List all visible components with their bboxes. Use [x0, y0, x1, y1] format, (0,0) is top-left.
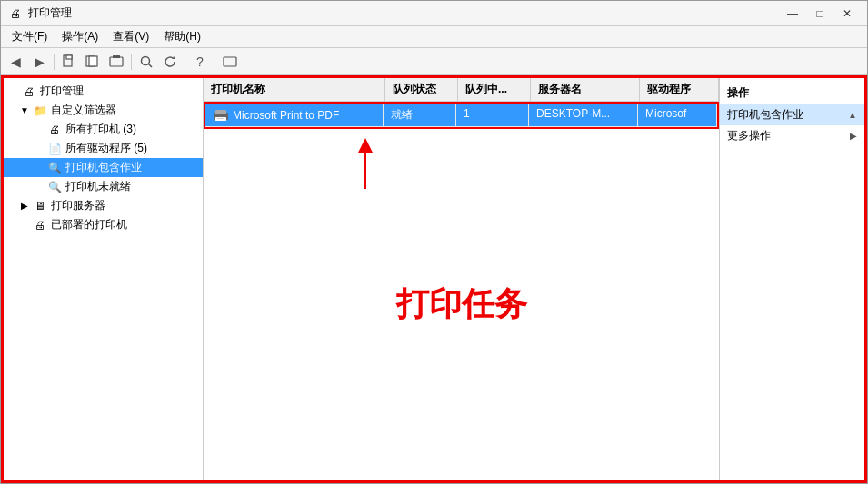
window-controls: — □ ✕: [780, 5, 860, 23]
tree-item-root[interactable]: 🖨 打印管理: [4, 82, 203, 101]
col-header-driver: 驱动程序: [640, 78, 719, 101]
server-icon: 🖥: [33, 199, 47, 213]
tree-label-printer-withjobs: 打印机包含作业: [65, 160, 142, 175]
menu-bar: 文件(F) 操作(A) 查看(V) 帮助(H): [1, 26, 867, 48]
expand-icon-notready: [33, 181, 45, 193]
menu-view[interactable]: 查看(V): [105, 27, 156, 46]
right-panel-item-more-actions[interactable]: 更多操作 ▶: [720, 125, 864, 146]
tree-label-deployed: 已部署的打印机: [51, 217, 127, 232]
svg-rect-9: [224, 57, 236, 66]
expand-icon-root: [7, 85, 20, 98]
tree-label-print-server: 打印服务器: [51, 198, 105, 213]
close-button[interactable]: ✕: [834, 5, 860, 23]
printer-name-text: Microsoft Print to PDF: [233, 109, 339, 122]
tree-item-all-drivers[interactable]: 📄 所有驱动程序 (5): [4, 139, 203, 158]
cell-queue-status: 就绪: [384, 104, 456, 126]
toolbar-file1[interactable]: [58, 51, 80, 73]
right-panel-arrow-1: ▶: [850, 131, 857, 141]
doc-icon-drivers: 📄: [47, 142, 62, 156]
printer-icon-deployed: 🖨: [33, 218, 47, 232]
maximize-button[interactable]: □: [807, 5, 833, 23]
tree-item-deployed-printers[interactable]: 🖨 已部署的打印机: [4, 215, 203, 234]
tree-label-all-printers: 所有打印机 (3): [65, 122, 136, 137]
col-header-status: 队列状态: [385, 78, 458, 101]
toolbar-sep-3: [185, 54, 185, 70]
tree-item-print-server[interactable]: ▶ 🖥 打印服务器: [4, 196, 203, 215]
expand-icon-custom: ▼: [18, 104, 31, 117]
app-icon: 🖨: [8, 6, 23, 21]
tree-label-custom: 自定义筛选器: [51, 103, 116, 118]
expand-icon-withjobs: [33, 162, 45, 174]
right-panel-arrow-0: ▲: [848, 110, 857, 120]
tree-panel: 🖨 打印管理 ▼ 📁 自定义筛选器 🖨 所有打印机 (3) 📄 所有驱动程序 (…: [4, 78, 204, 480]
right-panel-header: 操作: [720, 82, 864, 104]
arrow-line-down: [364, 153, 366, 189]
toolbar-help[interactable]: ?: [189, 51, 211, 73]
printer-row-wrapper: Microsoft Print to PDF 就绪 1 DESKTOP-M...…: [204, 102, 719, 129]
toolbar-back[interactable]: ◀: [5, 51, 26, 73]
title-bar-left: 🖨 打印管理: [8, 5, 72, 21]
tree-item-printer-not-ready[interactable]: 🔍 打印机未就绪: [4, 177, 203, 196]
right-panel-item-printer-jobs[interactable]: 打印机包含作业 ▲: [720, 104, 864, 125]
toolbar-file2[interactable]: [82, 51, 104, 73]
arrow-head-up: [358, 138, 373, 153]
minimize-button[interactable]: —: [780, 5, 805, 23]
right-panel-item-label-1: 更多操作: [727, 128, 850, 143]
right-panel: 操作 打印机包含作业 ▲ 更多操作 ▶: [719, 78, 864, 480]
window-title: 打印管理: [28, 5, 72, 21]
toolbar-file3[interactable]: [105, 51, 127, 73]
toolbar-refresh[interactable]: [159, 51, 181, 73]
menu-file[interactable]: 文件(F): [5, 27, 55, 46]
svg-rect-13: [217, 118, 224, 119]
cell-server-name: DESKTOP-M...: [529, 104, 638, 126]
svg-point-7: [142, 56, 150, 64]
menu-action[interactable]: 操作(A): [55, 27, 105, 46]
menu-help[interactable]: 帮助(H): [156, 27, 208, 46]
tree-item-all-printers[interactable]: 🖨 所有打印机 (3): [4, 120, 203, 139]
cell-queue-count: 1: [456, 104, 529, 126]
main-content: 🖨 打印管理 ▼ 📁 自定义筛选器 🖨 所有打印机 (3) 📄 所有驱动程序 (…: [1, 75, 867, 483]
folder-icon-custom: 📁: [33, 104, 47, 118]
search-icon-withjobs: 🔍: [47, 161, 62, 175]
cell-printer-name: Microsoft Print to PDF: [205, 104, 384, 126]
printer-icon-root: 🖨: [22, 84, 36, 99]
col-header-name: 打印机名称: [204, 78, 385, 101]
annotation-text: 打印任务: [396, 282, 527, 327]
expand-icon-deployed: [18, 219, 31, 232]
svg-rect-4: [110, 57, 123, 66]
toolbar-sep-4: [215, 54, 215, 70]
toolbar-search[interactable]: [135, 51, 157, 73]
main-window: 🖨 打印管理 — □ ✕ 文件(F) 操作(A) 查看(V) 帮助(H) ◀ ▶: [0, 0, 868, 484]
expand-icon-server: ▶: [18, 200, 31, 212]
toolbar-forward[interactable]: ▶: [28, 51, 50, 73]
col-header-queue: 队列中...: [458, 78, 531, 101]
table-header: 打印机名称 队列状态 队列中... 服务器名 驱动程序: [204, 78, 719, 102]
expand-icon-allprinters: [33, 123, 45, 136]
svg-line-8: [149, 64, 153, 67]
tree-item-printer-with-jobs[interactable]: 🔍 打印机包含作业: [4, 158, 203, 177]
svg-rect-3: [89, 56, 97, 66]
toolbar: ◀ ▶ ?: [1, 48, 867, 75]
table-row-microsoft-pdf[interactable]: Microsoft Print to PDF 就绪 1 DESKTOP-M...…: [205, 104, 717, 127]
toolbar-sep-2: [131, 54, 132, 70]
printer-icon-all: 🖨: [47, 123, 62, 137]
svg-rect-6: [116, 55, 120, 58]
col-header-server: 服务器名: [531, 78, 640, 101]
tree-label-all-drivers: 所有驱动程序 (5): [65, 141, 147, 156]
toolbar-extra[interactable]: [219, 51, 241, 73]
search-icon-notready: 🔍: [47, 180, 62, 194]
tree-label-root: 打印管理: [40, 84, 84, 99]
annotation-area: 打印任务: [204, 129, 719, 480]
cell-driver: Microsof: [638, 104, 717, 126]
tree-item-custom-filter[interactable]: ▼ 📁 自定义筛选器: [4, 101, 203, 120]
svg-rect-11: [215, 110, 226, 114]
toolbar-sep-1: [54, 54, 55, 70]
arrow-annotation: [358, 138, 373, 189]
svg-rect-5: [113, 55, 116, 58]
right-panel-item-label-0: 打印机包含作业: [727, 107, 848, 123]
center-panel: 打印机名称 队列状态 队列中... 服务器名 驱动程序: [204, 78, 719, 480]
title-bar: 🖨 打印管理 — □ ✕: [1, 1, 867, 26]
tree-label-printer-notready: 打印机未就绪: [65, 179, 131, 194]
expand-icon-alldrivers: [33, 143, 45, 155]
svg-rect-1: [66, 55, 72, 59]
